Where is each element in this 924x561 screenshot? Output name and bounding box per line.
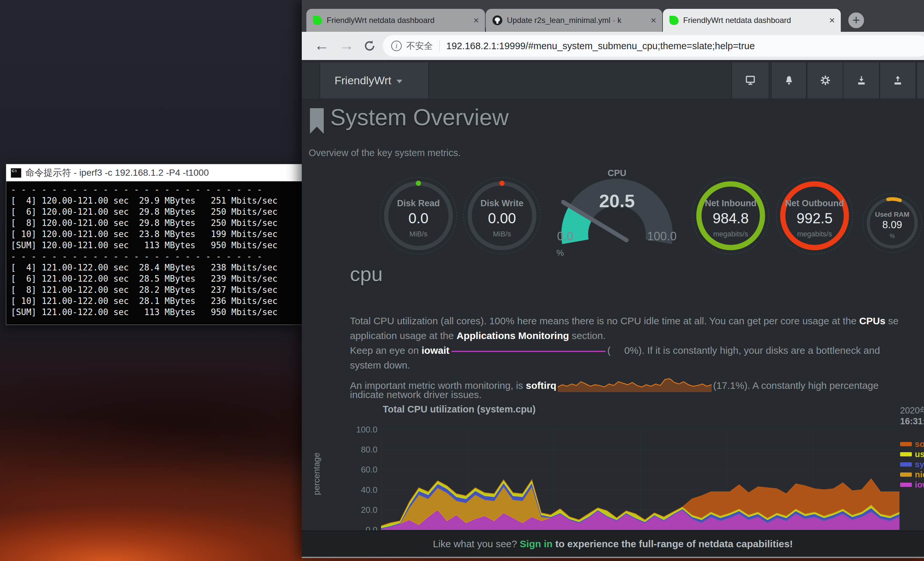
gauge-value: 8.09: [867, 219, 918, 231]
legend-swatch: [900, 442, 912, 446]
gauge-value: 984.8: [696, 210, 765, 227]
y-tick: 80.0: [347, 445, 378, 455]
gauge-label: Disk Read: [384, 199, 453, 209]
legend-item-softirq[interactable]: softirq: [900, 439, 924, 449]
tab-friendlywrt-1[interactable]: FriendlyWrt netdata dashboard ×: [306, 9, 485, 32]
terminal-output[interactable]: - - - - - - - - - - - - - - - - - - - - …: [6, 181, 302, 325]
gauge-net-inbound[interactable]: Net Inbound 984.8 megabits/s: [696, 181, 765, 250]
applications-monitoring-link[interactable]: Applications Monitoring: [456, 330, 569, 341]
gauge-net-outbound[interactable]: Net Outbound 992.5 megabits/s: [780, 181, 849, 250]
banner-text: Like what you see?: [433, 538, 520, 549]
netdata-navbar: FriendlyWrt: [302, 62, 924, 98]
iowait-value: 0%: [611, 345, 639, 356]
iowait-sparkline[interactable]: [452, 350, 606, 352]
gauge-unit: MiB/s: [468, 230, 536, 238]
url-text[interactable]: 192.168.2.1:19999/#menu_system_submenu_c…: [446, 41, 755, 51]
info-icon[interactable]: i: [391, 41, 402, 51]
gauge-unit: megabits/s: [696, 230, 765, 238]
terminal-window[interactable]: C:\ 命令提示符 - iperf3 -c 192.168.1.2 -P4 -t…: [6, 164, 302, 325]
legend-swatch: [900, 472, 912, 477]
chevron-down-icon: [396, 80, 402, 83]
cpu-paragraph-line: Keep an eye on iowait(0%). If it is cons…: [350, 345, 880, 360]
alarms-button[interactable]: [771, 62, 807, 98]
new-tab-button[interactable]: +: [848, 12, 864, 28]
y-tick: 40.0: [347, 485, 378, 495]
cmd-icon: C:\: [11, 168, 21, 178]
text: se: [885, 316, 898, 326]
chart-timestamp-date: 2020年3: [900, 405, 924, 417]
text: Total CPU utilization (all cores). 100% …: [350, 316, 859, 326]
terminal-title: 命令提示符 - iperf3 -c 192.168.1.2 -P4 -t1000: [25, 167, 209, 179]
cpu-paragraph-line: Total CPU utilization (all cores). 100% …: [350, 316, 898, 330]
sign-in-link[interactable]: Sign in: [520, 538, 552, 549]
security-label[interactable]: 不安全: [406, 40, 433, 52]
close-icon[interactable]: ×: [650, 15, 656, 25]
gauge-value: 0.0: [384, 210, 453, 227]
legend-swatch: [900, 483, 912, 487]
tab-title: FriendlyWrt netdata dashboard: [327, 16, 470, 25]
navbar-cell-cut: [916, 62, 924, 98]
status-dot: [416, 180, 421, 186]
text: (: [713, 380, 716, 391]
import-snapshot-button[interactable]: [843, 62, 880, 98]
print-dashboard-button[interactable]: [731, 62, 770, 98]
cpu-gauge-max: 100.0: [647, 230, 676, 243]
monitor-icon: [744, 74, 756, 86]
browser-window-edge: [302, 557, 924, 558]
section-subtitle: Overview of the key system metrics.: [309, 147, 461, 158]
gauge-unit: MiB/s: [384, 230, 453, 238]
tab-github[interactable]: Update r2s_lean_minimal.yml · k ×: [486, 9, 662, 32]
cpu-utilization-chart[interactable]: [381, 430, 899, 530]
reload-icon[interactable]: [363, 39, 376, 53]
legend-item-iowait[interactable]: iowait: [900, 480, 924, 490]
gauge-value: 0.00: [468, 210, 536, 227]
tab-title: Update r2s_lean_minimal.yml · k: [507, 16, 647, 25]
settings-button[interactable]: [807, 62, 844, 98]
terminal-titlebar[interactable]: C:\ 命令提示符 - iperf3 -c 192.168.1.2 -P4 -t…: [6, 164, 302, 181]
cpu-gauge-value: 20.5: [588, 190, 646, 212]
gauge-used-ram[interactable]: Used RAM 8.09 %: [867, 197, 918, 248]
browser-toolbar: ← → i 不安全 192.168.2.1:19999/#menu_system…: [302, 32, 924, 60]
gauge-label: Net Outbound: [780, 199, 849, 209]
text: Keep an eye on: [350, 345, 422, 356]
tab-friendlywrt-2-active[interactable]: FriendlyWrt netdata dashboard ×: [663, 9, 841, 32]
address-bar[interactable]: i 不安全 192.168.2.1:19999/#menu_system_sub…: [383, 35, 924, 57]
y-tick: 60.0: [347, 465, 378, 475]
legend-item-nice[interactable]: nice: [900, 469, 924, 479]
cpu-paragraph-line: An important metric worth monitoring, is…: [350, 375, 879, 389]
github-icon: [492, 15, 502, 25]
url-divider: [440, 40, 440, 51]
legend-swatch: [900, 462, 912, 466]
bell-icon: [783, 75, 795, 86]
softirq-label: softirq: [526, 380, 556, 391]
gauge-disk-write[interactable]: Disk Write 0.00 MiB/s: [468, 181, 536, 250]
back-button[interactable]: ←: [314, 36, 329, 54]
legend-label: system: [915, 459, 924, 469]
upload-icon: [892, 75, 903, 86]
legend-item-system[interactable]: system: [900, 459, 924, 469]
download-icon: [856, 75, 867, 86]
text: section.: [569, 330, 606, 341]
gauge-label: Used RAM: [867, 211, 918, 218]
close-icon[interactable]: ×: [829, 15, 835, 25]
gauge-unit: %: [867, 233, 918, 240]
cpus-link[interactable]: CPUs: [859, 316, 885, 326]
legend-label: nice: [915, 469, 924, 480]
close-icon[interactable]: ×: [473, 15, 479, 25]
text: (: [608, 345, 611, 356]
iowait-label: iowait: [422, 345, 450, 356]
legend-item-user[interactable]: user: [900, 449, 924, 459]
export-snapshot-button[interactable]: [879, 62, 916, 98]
softirq-sparkline[interactable]: [558, 375, 712, 393]
gauge-disk-read[interactable]: Disk Read 0.0 MiB/s: [384, 181, 453, 250]
chart-title: Total CPU utilization (system.cpu): [383, 404, 536, 415]
status-dot: [500, 180, 505, 186]
forward-button[interactable]: →: [339, 36, 354, 54]
section-title: System Overview: [330, 104, 509, 131]
cpu-gauge-unit: %: [556, 248, 564, 258]
brand-menu[interactable]: FriendlyWrt: [320, 62, 429, 98]
tab-strip: FriendlyWrt netdata dashboard × Update r…: [302, 0, 924, 32]
softirq-value: 17.1%: [716, 380, 744, 391]
text: ): [744, 380, 747, 391]
brand-label: FriendlyWrt: [334, 74, 391, 87]
